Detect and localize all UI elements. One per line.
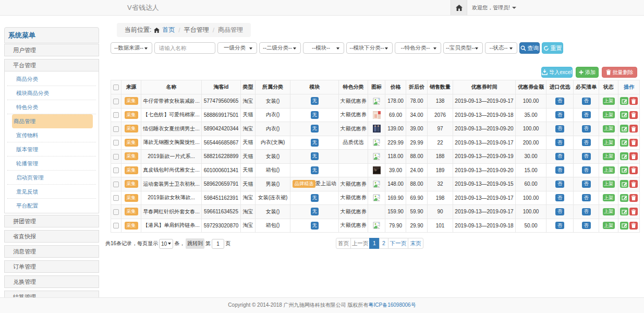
row-checkbox[interactable]: [113, 99, 119, 104]
must-buy-toggle[interactable]: 否: [582, 125, 591, 133]
row-checkbox[interactable]: [113, 112, 119, 118]
status-toggle[interactable]: 上架: [603, 98, 615, 105]
filter-select-5[interactable]: --模块下分类--: [346, 42, 393, 54]
sidebar-subitem-特色分类[interactable]: 特色分类: [7, 100, 96, 114]
sidebar-subitem-模块商品分类[interactable]: 模块商品分类: [7, 86, 96, 100]
edit-button[interactable]: [620, 180, 628, 188]
edit-button[interactable]: [620, 111, 628, 119]
reset-button[interactable]: 重置: [542, 42, 563, 54]
sidebar-item-用户管理[interactable]: 用户管理: [4, 44, 99, 56]
imported-toggle[interactable]: 否: [555, 111, 564, 118]
sidebar-item-省直快报[interactable]: 省直快报: [4, 230, 99, 243]
status-toggle[interactable]: 上架: [603, 125, 615, 133]
imported-toggle[interactable]: 否: [555, 139, 564, 146]
must-buy-toggle[interactable]: 否: [582, 166, 591, 174]
delete-button[interactable]: [629, 180, 638, 188]
delete-button[interactable]: [629, 152, 638, 160]
edit-button[interactable]: [620, 222, 628, 230]
pager-item-1[interactable]: 1: [369, 238, 380, 249]
delete-button[interactable]: [629, 166, 638, 174]
breadcrumb-home-link[interactable]: 首页: [162, 26, 175, 34]
add-button[interactable]: 添加: [576, 67, 599, 78]
sidebar-subitem-启动页管理[interactable]: 启动页管理: [7, 171, 96, 185]
filter-select-3[interactable]: --二级分类--: [259, 42, 301, 54]
pager-item-2[interactable]: 2: [379, 238, 388, 249]
delete-button[interactable]: [629, 139, 638, 147]
batch-delete-button[interactable]: 批量删除: [602, 67, 637, 78]
pager-item-末页[interactable]: 末页: [408, 238, 423, 249]
status-toggle[interactable]: 上架: [603, 111, 615, 118]
edit-button[interactable]: [620, 139, 628, 147]
edit-button[interactable]: [620, 97, 628, 105]
edit-button[interactable]: [620, 208, 628, 215]
sidebar-subitem-商品分类[interactable]: 商品分类: [7, 72, 96, 86]
sidebar-subitem-宣传物料[interactable]: 宣传物料: [7, 128, 96, 142]
sidebar-subitem-版本管理[interactable]: 版本管理: [7, 142, 96, 156]
row-checkbox[interactable]: [113, 195, 119, 201]
sidebar-item-拼团管理[interactable]: 拼团管理: [4, 215, 99, 227]
delete-button[interactable]: [629, 222, 638, 230]
row-checkbox[interactable]: [113, 209, 119, 215]
must-buy-toggle[interactable]: 否: [582, 153, 591, 160]
filter-select-0[interactable]: --数据来源--: [111, 42, 152, 54]
status-toggle[interactable]: 上架: [603, 194, 615, 201]
edit-button[interactable]: [620, 125, 628, 133]
status-toggle[interactable]: 上架: [603, 208, 615, 215]
sidebar-subitem-平台配置[interactable]: 平台配置: [7, 199, 96, 213]
must-buy-toggle[interactable]: 否: [582, 111, 591, 118]
row-checkbox[interactable]: [113, 126, 119, 132]
status-toggle[interactable]: 上架: [603, 139, 615, 146]
name-search-input[interactable]: [154, 42, 215, 54]
filter-select-4[interactable]: --模块--: [303, 42, 344, 54]
edit-button[interactable]: [620, 152, 628, 160]
page-number-input[interactable]: [212, 239, 224, 249]
delete-button[interactable]: [629, 194, 638, 202]
pager-item-下一页[interactable]: 下一页: [388, 238, 408, 249]
imported-toggle[interactable]: 否: [555, 222, 564, 229]
icp-link[interactable]: 粤ICP备16098006号: [368, 302, 416, 308]
sidebar-subitem-轮播管理[interactable]: 轮播管理: [7, 156, 96, 171]
must-buy-toggle[interactable]: 否: [582, 180, 591, 188]
must-buy-toggle[interactable]: 否: [582, 222, 591, 229]
import-excel-button[interactable]: 导入excel: [541, 67, 573, 78]
filter-select-7[interactable]: --宝贝类型--: [443, 42, 483, 54]
filter-select-8[interactable]: --状态--: [485, 42, 517, 54]
must-buy-toggle[interactable]: 否: [582, 98, 591, 105]
query-button[interactable]: 查询: [519, 42, 540, 54]
delete-button[interactable]: [629, 97, 638, 105]
sidebar-item-消息管理[interactable]: 消息管理: [4, 245, 99, 258]
row-checkbox[interactable]: [113, 223, 119, 228]
row-checkbox[interactable]: [113, 182, 119, 187]
filter-select-2[interactable]: 一级分类: [217, 42, 257, 54]
imported-toggle[interactable]: 否: [555, 153, 564, 160]
sidebar-item-订单管理[interactable]: 订单管理: [4, 260, 99, 273]
imported-toggle[interactable]: 否: [555, 98, 564, 105]
imported-toggle[interactable]: 否: [555, 194, 564, 201]
must-buy-toggle[interactable]: 否: [582, 139, 591, 146]
per-page-select[interactable]: 10: [159, 239, 173, 249]
sidebar-subitem-商品管理[interactable]: 商品管理: [12, 114, 93, 128]
row-checkbox[interactable]: [113, 167, 119, 173]
must-buy-toggle[interactable]: 否: [582, 208, 591, 215]
filter-select-6[interactable]: --特色分类--: [395, 42, 441, 54]
sidebar-subitem-意见反馈[interactable]: 意见反馈: [7, 185, 96, 199]
imported-toggle[interactable]: 否: [555, 180, 564, 188]
jump-button[interactable]: 跳转到: [186, 238, 204, 249]
imported-toggle[interactable]: 否: [555, 125, 564, 133]
edit-button[interactable]: [620, 166, 628, 174]
status-toggle[interactable]: 上架: [603, 180, 615, 188]
delete-button[interactable]: [629, 125, 638, 133]
status-toggle[interactable]: 上架: [603, 153, 615, 160]
imported-toggle[interactable]: 否: [555, 166, 564, 174]
status-toggle[interactable]: 上架: [603, 166, 615, 174]
sidebar-item-平台管理[interactable]: 平台管理: [4, 59, 99, 71]
must-buy-toggle[interactable]: 否: [582, 194, 591, 201]
sidebar-item-兑换管理[interactable]: 兑换管理: [4, 275, 99, 288]
delete-button[interactable]: [629, 208, 638, 215]
select-all-checkbox[interactable]: [113, 85, 119, 90]
row-checkbox[interactable]: [113, 140, 119, 146]
edit-button[interactable]: [620, 194, 628, 202]
delete-button[interactable]: [629, 111, 638, 119]
row-checkbox[interactable]: [113, 154, 119, 160]
imported-toggle[interactable]: 否: [555, 208, 564, 215]
